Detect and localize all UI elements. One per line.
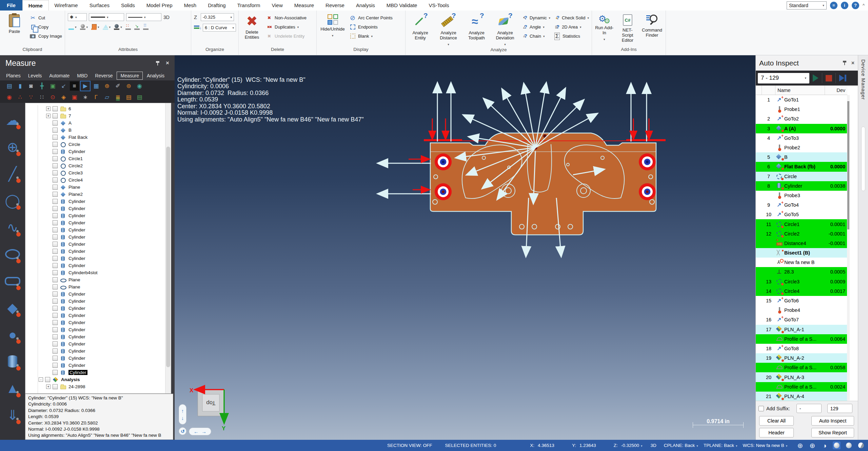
measure-panel-tab[interactable]: Analysis bbox=[143, 72, 168, 79]
measurement-report-icon[interactable]: ▤ bbox=[5, 81, 14, 91]
check-solid-button[interactable]: Check Solid▾ bbox=[554, 14, 589, 21]
tree-item[interactable]: Circle3 bbox=[38, 169, 171, 176]
ribbon-tab[interactable]: Surfaces bbox=[84, 0, 115, 11]
suffix-number-input[interactable] bbox=[827, 404, 852, 413]
wcs-selector[interactable]: WCS: New fa new B bbox=[743, 443, 784, 448]
tree-checkbox[interactable] bbox=[53, 320, 58, 325]
inspect-row[interactable]: 11 Circle1 0.0001 bbox=[756, 219, 847, 229]
play-icon[interactable]: ▶ bbox=[81, 81, 90, 91]
measure-slot-icon[interactable] bbox=[4, 273, 21, 289]
pan-horizontal-control[interactable]: ←→ bbox=[189, 428, 211, 435]
tree-checkbox[interactable] bbox=[53, 142, 58, 147]
chevron-down-icon[interactable]: ▾ bbox=[641, 444, 643, 448]
ribbon-tab[interactable]: Wireframe bbox=[49, 0, 84, 11]
inspect-row[interactable]: Distance4 -0.0001 bbox=[756, 239, 847, 248]
tree-item[interactable]: Cylinderb4slot bbox=[38, 269, 171, 276]
analyze-toolpath-button[interactable]: Analyze Toolpath bbox=[465, 13, 489, 40]
ribbon-tab[interactable]: VS-Tools bbox=[423, 0, 455, 11]
tree-checkbox[interactable] bbox=[53, 135, 58, 140]
tree-item[interactable]: Circle1 bbox=[38, 155, 171, 162]
notebook-icon[interactable]: ▮ bbox=[16, 81, 25, 91]
inspect-row[interactable]: 1 GoTo1 bbox=[756, 95, 847, 105]
probe-settings-icon[interactable]: ⊛ bbox=[102, 81, 112, 91]
view-cube[interactable]: Top X Y bbox=[190, 387, 226, 432]
tree-checkbox[interactable] bbox=[53, 149, 58, 154]
suffix-input[interactable] bbox=[796, 404, 822, 413]
tree-item[interactable]: Circle2 bbox=[38, 162, 171, 169]
tree-checkbox[interactable] bbox=[53, 349, 58, 354]
material-button[interactable]: ▾ bbox=[113, 24, 123, 29]
tree-item[interactable]: A bbox=[38, 119, 171, 127]
axes-icon[interactable]: ╋ bbox=[37, 81, 46, 91]
tree-item[interactable]: Cylinder bbox=[38, 212, 171, 219]
inspect-row[interactable]: Probe4 bbox=[756, 305, 847, 315]
attributes-grid-button[interactable] bbox=[142, 24, 149, 29]
tree-checkbox[interactable] bbox=[53, 113, 58, 118]
tree-item[interactable]: Cylinder bbox=[38, 233, 171, 241]
report-window-icon[interactable]: ▦ bbox=[92, 81, 101, 91]
command-finder-button[interactable]: Command Finder bbox=[641, 13, 663, 38]
copy-image-button[interactable]: Copy Image bbox=[29, 33, 62, 40]
tree-checkbox[interactable] bbox=[53, 299, 58, 304]
tree-item[interactable]: Cylinder bbox=[38, 248, 171, 255]
tree-item[interactable]: Cylinder bbox=[38, 148, 171, 155]
3d-viewport[interactable]: Cylinder: "Cylinder" (15) WCS: "New fa n… bbox=[175, 55, 755, 440]
tree-checkbox[interactable] bbox=[53, 156, 58, 161]
point-display-button[interactable] bbox=[125, 24, 132, 29]
tree-item[interactable]: Cylinder bbox=[38, 340, 171, 347]
tree-checkbox[interactable] bbox=[53, 199, 58, 204]
help-icon[interactable]: ? bbox=[852, 2, 859, 9]
line-width-select[interactable]: ▾ bbox=[126, 13, 161, 21]
auto-inspect-button[interactable]: Auto Inspect bbox=[811, 416, 854, 426]
tree-checkbox[interactable] bbox=[53, 341, 58, 346]
inspect-row[interactable]: Bisect1 (B) bbox=[756, 248, 847, 258]
inspect-scrollbar-thumb[interactable] bbox=[847, 101, 849, 229]
delete-entities-button[interactable]: Delete Entities bbox=[241, 13, 262, 40]
inspect-row[interactable]: 18 GoTo8 bbox=[756, 344, 847, 353]
tree-checkbox[interactable] bbox=[53, 384, 58, 389]
inspect-row[interactable]: 3 A (A) 0.0000 bbox=[756, 124, 847, 133]
tree-checkbox[interactable] bbox=[53, 263, 58, 268]
ribbon-tab[interactable]: Drafting bbox=[202, 0, 232, 11]
eye-icon[interactable]: ◉ bbox=[135, 81, 144, 91]
duplicates-button[interactable]: Duplicates▾ bbox=[266, 23, 307, 31]
level-select[interactable]: 6 : D Curve▾ bbox=[203, 24, 236, 32]
tree-checkbox[interactable] bbox=[45, 377, 50, 382]
pin-icon[interactable] bbox=[156, 61, 160, 65]
inspect-row[interactable]: 20 PLN_A-3 bbox=[756, 372, 847, 382]
collapse-ribbon-icon[interactable]: ^ bbox=[863, 3, 865, 8]
cplane-selector[interactable]: CPLANE: Back bbox=[664, 443, 695, 448]
column-header-dev[interactable]: Dev bbox=[825, 86, 847, 95]
tree-checkbox[interactable] bbox=[53, 234, 58, 240]
points-group-icon[interactable]: ∵ bbox=[26, 93, 36, 102]
measure-sphere-icon[interactable]: ● bbox=[4, 326, 21, 343]
inspect-row[interactable]: 16 GoTo7 bbox=[756, 315, 847, 324]
outline-list-icon[interactable]: ▤ bbox=[135, 93, 144, 102]
chevron-down-icon[interactable]: ▾ bbox=[696, 444, 698, 448]
tools-doc-icon[interactable]: ✐ bbox=[113, 81, 122, 91]
ribbon-tab[interactable]: Transform bbox=[232, 0, 266, 11]
tree-item[interactable]: Cylinder bbox=[38, 305, 171, 312]
tree-item[interactable]: Cylinder bbox=[38, 255, 171, 262]
tree-item[interactable]: Flat Back bbox=[38, 134, 171, 141]
tree-expander-icon[interactable]: + bbox=[46, 107, 51, 111]
inspect-row[interactable]: 4 GoTo3 bbox=[756, 133, 847, 143]
z-depth-select[interactable]: -0.325▾ bbox=[201, 13, 234, 21]
show-report-button[interactable]: Show Report bbox=[811, 428, 854, 437]
endpoints-button[interactable]: Endpoints bbox=[349, 23, 393, 31]
run-addin-button[interactable]: Run Add-In▾ bbox=[595, 13, 614, 42]
inspect-row[interactable]: 13 Circle3 0.0009 bbox=[756, 277, 847, 286]
side-scrollbar-thumb[interactable] bbox=[861, 127, 865, 191]
inspect-row[interactable]: 15 GoTo6 bbox=[756, 296, 847, 305]
ribbon-tab[interactable]: Solids bbox=[115, 0, 141, 11]
measure-plane-icon[interactable]: ◆ bbox=[4, 299, 21, 316]
tree-checkbox[interactable] bbox=[53, 163, 58, 168]
circle-points-icon[interactable]: ⊙ bbox=[48, 93, 57, 102]
inspect-row[interactable]: Profile of a S... 0.0024 bbox=[756, 382, 847, 392]
angle-analyze-button[interactable]: Angle▾ bbox=[521, 23, 550, 31]
measure-spline-icon[interactable]: ∿ bbox=[4, 219, 21, 236]
tree-item[interactable]: Circle bbox=[38, 141, 171, 148]
chevron-down-icon[interactable]: ▾ bbox=[736, 444, 737, 448]
translucent-view-icon[interactable] bbox=[857, 441, 865, 449]
hidden-line-view-icon[interactable]: ⊕ bbox=[808, 441, 816, 449]
